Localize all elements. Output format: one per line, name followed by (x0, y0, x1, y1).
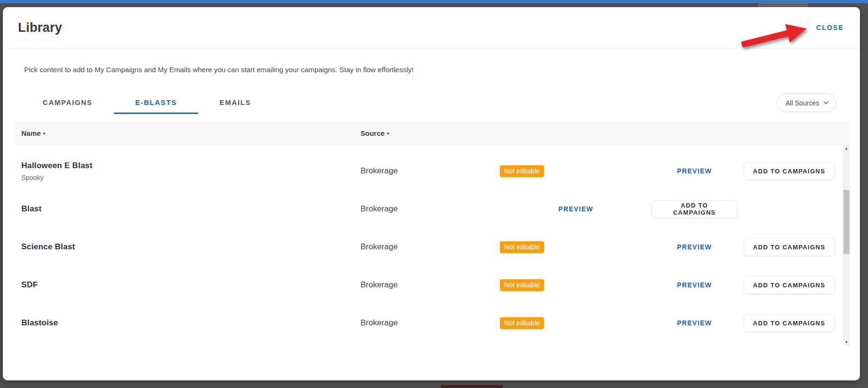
all-sources-dropdown[interactable]: All Sources (777, 94, 836, 112)
modal-header: Library CLOSE (3, 7, 860, 48)
row-subtitle: Spooky (21, 174, 360, 181)
not-editable-badge: Not editable (500, 165, 544, 177)
table-header: Name▾ Source▾ (14, 121, 849, 145)
column-header-name[interactable]: Name▾ (21, 129, 360, 137)
add-to-campaigns-button[interactable]: ADD TO CAMPAIGNS (652, 200, 737, 218)
scroll-up-icon[interactable]: ▲ (843, 145, 850, 152)
row-name-cell: Blast (21, 204, 360, 214)
row-name-cell: Science Blast (21, 242, 360, 252)
add-to-campaigns-button[interactable]: ADD TO CAMPAIGNS (744, 162, 835, 180)
row-name-cell: SDF (21, 280, 360, 290)
not-editable-badge: Not editable (500, 279, 544, 291)
tab-emails[interactable]: EMAILS (198, 92, 272, 114)
row-name-cell: Blastoise (21, 318, 360, 328)
table-row: Halloween E Blast Spooky Brokerage Not e… (21, 152, 835, 190)
chevron-down-icon (823, 101, 829, 104)
background-artifact (441, 385, 503, 388)
preview-button[interactable]: PREVIEW (674, 167, 715, 175)
table-body: Halloween E Blast Spooky Brokerage Not e… (14, 145, 849, 342)
page-title: Library (18, 20, 62, 35)
tab-campaigns[interactable]: CAMPAIGNS (21, 92, 114, 114)
preview-button[interactable]: PREVIEW (674, 319, 715, 327)
row-name: Blastoise (21, 318, 360, 328)
tab-bar: CAMPAIGNS E-BLASTS EMAILS (21, 92, 272, 114)
column-header-source[interactable]: Source▾ (360, 129, 500, 137)
scrollbar-thumb[interactable] (843, 190, 850, 254)
description-text: Pick content to add to My Campaigns and … (24, 66, 849, 74)
row-source: Brokerage (360, 242, 500, 252)
add-to-campaigns-button[interactable]: ADD TO CAMPAIGNS (744, 276, 835, 294)
sort-caret-icon: ▾ (387, 131, 389, 136)
sort-caret-icon: ▾ (43, 131, 46, 136)
table-row: SDF Brokerage Not editable PREVIEW ADD T… (21, 266, 835, 304)
preview-button[interactable]: PREVIEW (555, 205, 596, 213)
table-row: Blastoise Brokerage Not editable PREVIEW… (21, 304, 835, 342)
row-name: Science Blast (21, 242, 360, 252)
not-editable-badge: Not editable (500, 317, 544, 329)
table-row: Science Blast Brokerage Not editable PRE… (21, 228, 835, 266)
close-button[interactable]: CLOSE (815, 21, 845, 34)
row-name: Blast (21, 204, 360, 214)
add-to-campaigns-button[interactable]: ADD TO CAMPAIGNS (744, 314, 835, 332)
row-source: Brokerage (360, 318, 500, 328)
row-name: SDF (21, 280, 360, 290)
background-top-bar (0, 0, 868, 3)
all-sources-label: All Sources (785, 99, 819, 107)
tabs-row: CAMPAIGNS E-BLASTS EMAILS All Sources (14, 92, 849, 114)
modal-body: Pick content to add to My Campaigns and … (3, 66, 860, 342)
row-source: Brokerage (360, 204, 500, 214)
library-modal: Library CLOSE Pick content to add to My … (3, 7, 860, 380)
row-source: Brokerage (360, 280, 500, 290)
vertical-scrollbar[interactable]: ▲ ▼ (843, 145, 850, 346)
row-name: Halloween E Blast (21, 161, 360, 170)
row-source: Brokerage (360, 166, 500, 176)
add-to-campaigns-button[interactable]: ADD TO CAMPAIGNS (744, 238, 835, 256)
not-editable-badge: Not editable (500, 241, 544, 253)
tab-e-blasts[interactable]: E-BLASTS (114, 92, 198, 114)
preview-button[interactable]: PREVIEW (674, 281, 715, 289)
scroll-down-icon[interactable]: ▼ (843, 339, 850, 346)
table-row: Blast Brokerage PREVIEW ADD TO CAMPAIGNS (21, 190, 835, 228)
row-name-cell: Halloween E Blast Spooky (21, 161, 360, 181)
preview-button[interactable]: PREVIEW (674, 243, 715, 251)
